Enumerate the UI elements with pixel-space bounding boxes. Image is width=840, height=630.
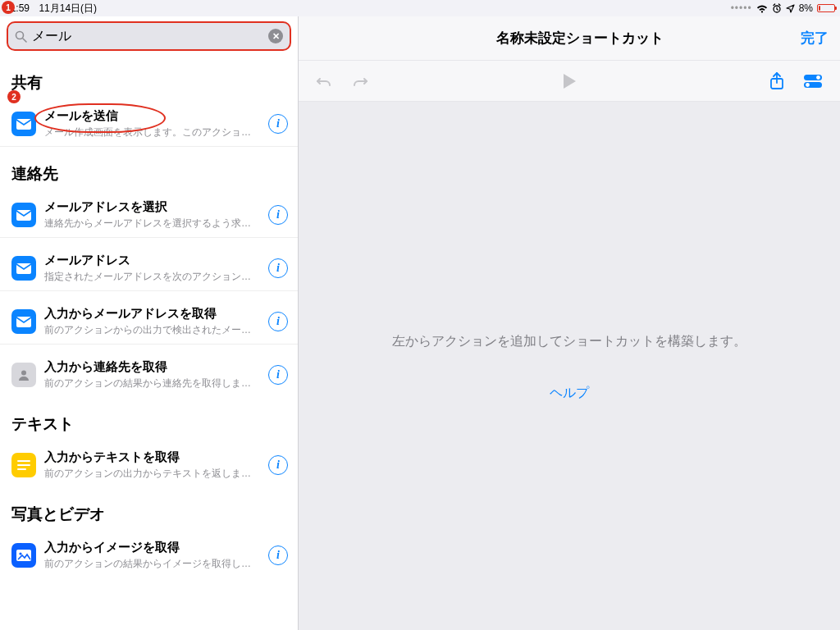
- svg-point-6: [21, 371, 26, 376]
- editor-canvas[interactable]: 左からアクションを追加してショートカットを構築します。 ヘルプ: [299, 102, 840, 630]
- mail-icon: [11, 309, 36, 334]
- settings-toggle-button[interactable]: [802, 72, 824, 90]
- text-icon: [11, 453, 36, 477]
- help-link[interactable]: ヘルプ: [550, 385, 589, 402]
- alarm-icon: [772, 3, 782, 13]
- section-header-media: 写真とビデオ: [0, 487, 298, 533]
- section-header-share: 共有: [0, 56, 298, 102]
- action-subtitle: 前のアクションからの出力で検出されたメー…: [44, 323, 260, 337]
- mail-icon: [11, 203, 36, 227]
- done-button[interactable]: 完了: [801, 29, 829, 48]
- run-button[interactable]: [561, 72, 578, 90]
- action-subtitle: 連絡先からメールアドレスを選択するよう求…: [44, 217, 260, 231]
- status-bar: 11:59 11月14日(日) ••••• 8%: [0, 0, 840, 16]
- info-button[interactable]: i: [268, 546, 288, 565]
- battery-percent: 8%: [799, 2, 813, 14]
- info-button[interactable]: i: [268, 205, 288, 225]
- info-button[interactable]: i: [268, 365, 288, 385]
- undo-button[interactable]: [315, 72, 333, 90]
- status-date: 11月14日(日): [39, 2, 97, 16]
- action-subtitle: 前のアクションの出力からテキストを返しま…: [44, 467, 260, 481]
- contact-icon: [11, 363, 36, 387]
- section-header-text: テキスト: [0, 397, 298, 443]
- svg-point-16: [806, 83, 810, 87]
- action-subtitle: 前のアクションの結果からイメージを取得し…: [44, 557, 260, 571]
- action-get-images-from-input[interactable]: 入力からイメージを取得 前のアクションの結果からイメージを取得し… i: [0, 533, 298, 578]
- location-icon: [786, 4, 795, 13]
- info-button[interactable]: i: [268, 114, 288, 134]
- action-select-email-address[interactable]: メールアドレスを選択 連絡先からメールアドレスを選択するよう求… i: [0, 193, 298, 238]
- svg-rect-8: [17, 464, 30, 466]
- info-button[interactable]: i: [268, 258, 288, 278]
- search-icon: [15, 30, 27, 43]
- action-title: 入力からイメージを取得: [44, 540, 260, 555]
- mail-icon: [11, 256, 36, 281]
- cellular-dots-icon: •••••: [731, 2, 752, 14]
- editor-pane: 名称未設定ショートカット 完了 左からアクションを追加してショート: [299, 16, 840, 630]
- search-query-text: メール: [32, 28, 268, 45]
- action-subtitle: 前のアクションの結果から連絡先を取得しま…: [44, 377, 260, 390]
- battery-icon: [817, 4, 835, 12]
- svg-point-1: [16, 31, 24, 39]
- svg-point-11: [19, 552, 21, 555]
- redo-button[interactable]: [351, 72, 369, 90]
- search-input[interactable]: メール ✕: [7, 21, 291, 51]
- annotation-badge-2: 2: [7, 90, 21, 103]
- action-title: メールアドレス: [44, 253, 260, 268]
- action-title: 入力からメールアドレスを取得: [44, 306, 260, 322]
- action-title: 入力からテキストを取得: [44, 450, 260, 465]
- editor-toolbar: [299, 61, 840, 102]
- info-button[interactable]: i: [268, 455, 288, 475]
- section-header-contacts: 連絡先: [0, 147, 298, 193]
- image-icon: [11, 543, 36, 568]
- annotation-badge-1: 1: [2, 1, 15, 14]
- svg-rect-7: [17, 460, 30, 462]
- mail-icon: [11, 112, 36, 136]
- action-title: メールアドレスを選択: [44, 199, 260, 215]
- svg-rect-9: [17, 468, 26, 470]
- share-button[interactable]: [769, 72, 784, 90]
- shortcut-title[interactable]: 名称未設定ショートカット: [359, 29, 801, 48]
- canvas-placeholder-text: 左からアクションを追加してショートカットを構築します。: [392, 330, 746, 352]
- clear-search-button[interactable]: ✕: [268, 29, 283, 43]
- action-subtitle: メール作成画面を表示します。このアクショ…: [44, 126, 260, 139]
- action-subtitle: 指定されたメールアドレスを次のアクション…: [44, 270, 260, 284]
- info-button[interactable]: i: [268, 312, 288, 331]
- action-get-contacts-from-input[interactable]: 入力から連絡先を取得 前のアクションの結果から連絡先を取得しま… i: [0, 353, 298, 397]
- action-send-mail[interactable]: メールを送信 メール作成画面を表示します。このアクショ… i: [0, 102, 298, 147]
- actions-sidebar: メール ✕ 共有 メールを送信 メール作成画面を表示します。このアクショ… i: [0, 16, 299, 630]
- action-title: メールを送信: [44, 108, 260, 124]
- action-title: 入力から連絡先を取得: [44, 359, 260, 375]
- svg-point-14: [816, 75, 820, 80]
- action-get-text-from-input[interactable]: 入力からテキストを取得 前のアクションの出力からテキストを返しま… i: [0, 443, 298, 487]
- wifi-icon: [756, 4, 768, 13]
- action-get-email-from-input[interactable]: 入力からメールアドレスを取得 前のアクションからの出力で検出されたメー… i: [0, 299, 298, 345]
- action-email-address[interactable]: メールアドレス 指定されたメールアドレスを次のアクション… i: [0, 246, 298, 291]
